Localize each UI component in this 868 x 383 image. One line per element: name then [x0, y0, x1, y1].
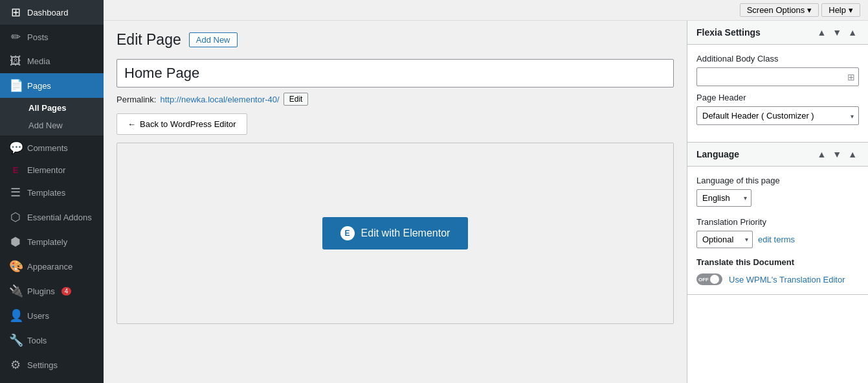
- permalink-edit-button[interactable]: Edit: [284, 93, 309, 106]
- language-panel-collapse-up[interactable]: ▲: [815, 149, 828, 159]
- sidebar-item-label: Plugins: [27, 286, 55, 296]
- page-title-input[interactable]: [117, 59, 674, 87]
- language-select[interactable]: English French German Spanish: [697, 190, 751, 206]
- pages-icon: 📄: [9, 78, 22, 93]
- dashboard-icon: ⊞: [9, 5, 22, 19]
- sidebar-item-essential-addons[interactable]: ⬡ Essential Addons: [0, 205, 104, 229]
- language-of-page-label: Language of this page: [696, 176, 859, 185]
- sidebar-item-label: Users: [27, 311, 49, 321]
- sidebar-item-dashboard[interactable]: ⊞ Dashboard: [0, 0, 104, 25]
- toggle-knob: [710, 275, 719, 284]
- language-panel-close[interactable]: ▲: [846, 149, 859, 159]
- wpml-toggle[interactable]: OFF: [696, 273, 722, 285]
- language-panel-controls: ▲ ▼ ▲: [815, 149, 859, 159]
- page-title: Edit Page: [117, 31, 181, 49]
- plugins-icon: 🔌: [9, 284, 22, 298]
- sidebar-item-appearance[interactable]: 🎨 Appearance: [0, 254, 104, 279]
- chevron-down-icon: ▾: [849, 5, 853, 15]
- elementor-circle-icon: E: [340, 226, 355, 240]
- flexia-panel-controls: ▲ ▼ ▲: [815, 27, 859, 38]
- translation-priority-row: Optional High Medium Low ▾ edit terms: [696, 231, 859, 248]
- sidebar-item-templately[interactable]: ⬢ Templately: [0, 229, 104, 254]
- plugins-badge: 4: [61, 287, 72, 296]
- sidebar-item-label: Pages: [27, 81, 51, 91]
- sidebar-item-label: Appearance: [27, 262, 72, 272]
- sidebar-item-label: Tools: [27, 336, 47, 345]
- permalink-label: Permalink:: [117, 95, 156, 104]
- templates-icon: ☰: [9, 185, 22, 200]
- editor-area: E Edit with Elementor: [117, 143, 674, 324]
- language-panel-header: Language ▲ ▼ ▲: [687, 143, 868, 167]
- sidebar-submenu-all-pages[interactable]: All Pages: [0, 99, 104, 117]
- language-select-wrapper: English French German Spanish ▾: [696, 189, 751, 207]
- page-content: Edit Page Add New Permalink: http://newk…: [104, 21, 687, 383]
- elementor-icon: E: [9, 165, 22, 175]
- essential-addons-icon: ⬡: [9, 210, 22, 224]
- screen-options-button[interactable]: Screen Options ▾: [740, 3, 819, 17]
- sidebar-item-label: Comments: [27, 143, 68, 153]
- sidebar-submenu-add-new[interactable]: Add New: [0, 117, 104, 134]
- language-panel-body: Language of this page English French Ger…: [687, 167, 868, 294]
- sidebar-item-elementor[interactable]: E Elementor: [0, 160, 104, 180]
- tools-icon: 🔧: [9, 333, 22, 347]
- main-area: Screen Options ▾ Help ▾ Edit Page Add Ne…: [104, 0, 868, 383]
- priority-select-wrapper: Optional High Medium Low ▾: [696, 231, 753, 248]
- back-to-wordpress-editor-button[interactable]: ← Back to WordPress Editor: [117, 113, 247, 135]
- users-icon: 👤: [9, 308, 22, 323]
- topbar: Screen Options ▾ Help ▾: [104, 0, 868, 21]
- toggle-row: OFF Use WPML's Translation Editor: [696, 273, 859, 285]
- sidebar-item-posts[interactable]: ✏ Posts: [0, 25, 104, 49]
- edit-terms-link[interactable]: edit terms: [758, 235, 795, 244]
- translate-document-label: Translate this Document: [696, 257, 859, 267]
- page-header-select[interactable]: Default Header ( Customizer ): [696, 106, 859, 125]
- comments-icon: 💬: [9, 141, 22, 155]
- sidebar-item-label: Settings: [27, 360, 58, 370]
- permalink-url[interactable]: http://newka.local/elementor-40/: [160, 95, 279, 104]
- additional-body-class-input[interactable]: [696, 67, 859, 86]
- language-panel: Language ▲ ▼ ▲ Language of this page Eng…: [687, 143, 868, 295]
- flexia-panel-close[interactable]: ▲: [846, 27, 859, 38]
- sidebar-item-comments[interactable]: 💬 Comments: [0, 135, 104, 160]
- posts-icon: ✏: [9, 30, 22, 44]
- sidebar-item-settings[interactable]: ⚙ Settings: [0, 353, 104, 377]
- appearance-icon: 🎨: [9, 259, 22, 273]
- help-button[interactable]: Help ▾: [821, 3, 860, 17]
- sidebar-item-label: Elementor: [27, 165, 65, 175]
- page-header-select-wrapper: Default Header ( Customizer ) ▾: [696, 106, 859, 125]
- language-panel-collapse-down[interactable]: ▼: [830, 149, 843, 159]
- content-area: Edit Page Add New Permalink: http://newk…: [104, 21, 868, 383]
- edit-with-elementor-button[interactable]: E Edit with Elementor: [322, 217, 469, 250]
- add-new-button[interactable]: Add New: [189, 32, 238, 47]
- sidebar-item-label: Templates: [27, 188, 65, 198]
- sidebar-item-plugins[interactable]: 🔌 Plugins 4: [0, 279, 104, 303]
- wpml-translation-editor-label: Use WPML's Translation Editor: [729, 275, 845, 284]
- additional-body-class-field-wrapper: ⊞: [696, 67, 859, 86]
- settings-icon: ⚙: [9, 358, 22, 372]
- sidebar-item-users[interactable]: 👤 Users: [0, 303, 104, 328]
- sidebar-item-label: Essential Addons: [27, 213, 92, 222]
- sidebar-item-pages[interactable]: 📄 Pages: [0, 73, 104, 98]
- media-icon: 🖼: [9, 54, 22, 68]
- sidebar-item-tools[interactable]: 🔧 Tools: [0, 328, 104, 353]
- wpml-link[interactable]: Use WPML's Translation Editor: [729, 275, 845, 284]
- page-title-row: Edit Page Add New: [117, 31, 674, 49]
- sidebar-item-label: Dashboard: [27, 8, 69, 17]
- chevron-down-icon: ▾: [807, 5, 812, 15]
- sidebar: ⊞ Dashboard ✏ Posts 🖼 Media 📄 Pages All …: [0, 0, 104, 383]
- language-panel-title: Language: [696, 149, 739, 159]
- priority-select[interactable]: Optional High Medium Low: [697, 231, 752, 248]
- templately-icon: ⬢: [9, 235, 22, 249]
- sidebar-item-label: Media: [27, 56, 50, 66]
- sidebar-item-label: Templately: [27, 237, 67, 247]
- permalink-row: Permalink: http://newka.local/elementor-…: [117, 93, 674, 106]
- flexia-panel-collapse-up[interactable]: ▲: [815, 27, 828, 38]
- flexia-settings-title: Flexia Settings: [696, 27, 761, 38]
- sidebar-item-templates[interactable]: ☰ Templates: [0, 180, 104, 205]
- translation-priority-label: Translation Priority: [696, 217, 859, 227]
- additional-body-class-label: Additional Body Class: [696, 54, 859, 64]
- flexia-settings-panel: Flexia Settings ▲ ▼ ▲ Additional Body Cl…: [687, 21, 868, 143]
- toggle-state-label: OFF: [698, 277, 709, 283]
- sidebar-item-media[interactable]: 🖼 Media: [0, 49, 104, 73]
- input-clear-icon: ⊞: [847, 72, 855, 82]
- flexia-panel-collapse-down[interactable]: ▼: [830, 27, 843, 38]
